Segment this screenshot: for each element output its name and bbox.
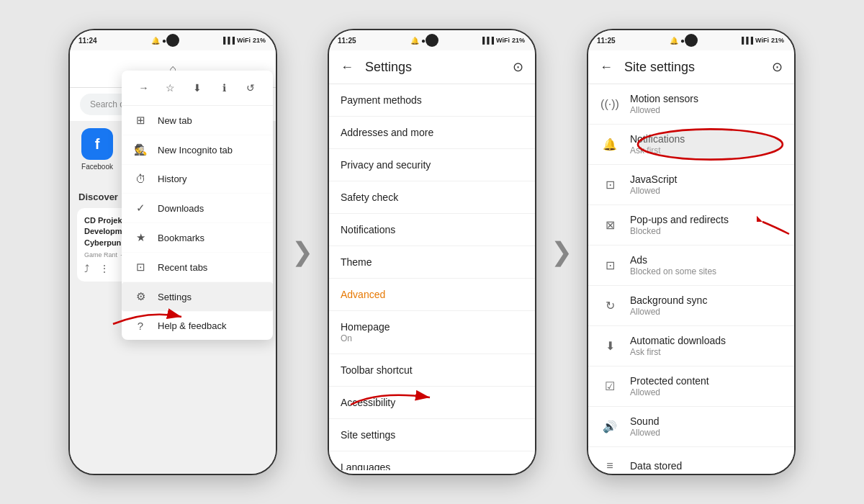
- settings-menu-icon: ⚙: [133, 290, 148, 303]
- phone2-content: ← Settings ⊙ Payment methods Addresses a…: [329, 50, 535, 474]
- dropdown-menu: → ☆ ⬇ ℹ ↺ ⊞ New tab 🕵 New Incognito tab …: [122, 71, 273, 340]
- site-help-icon[interactable]: ⊙: [772, 59, 783, 75]
- site-notifications-text: Notifications Ask first: [630, 133, 783, 156]
- news-source: Game Rant: [84, 251, 117, 258]
- settings-label: Settings: [158, 292, 192, 302]
- downloads-icon: ✓: [133, 202, 148, 215]
- menu-downloads[interactable]: ✓ Downloads: [122, 194, 273, 223]
- alarm-2: 🔔 ●: [410, 37, 426, 45]
- menu-toolbar: → ☆ ⬇ ℹ ↺: [122, 71, 273, 106]
- site-notifications[interactable]: 🔔 Notifications Ask first: [588, 125, 794, 165]
- motion-icon: ((·)): [600, 94, 620, 114]
- phone-3: 11:25 🔔 ● ▐▐▐ WiFi 21% ← Site settings ⊙…: [587, 29, 796, 475]
- downloads-label: Downloads: [158, 203, 204, 214]
- auto-download-icon: ⬇: [600, 336, 620, 356]
- settings-header: ← Settings ⊙: [329, 50, 535, 84]
- new-tab-label: New tab: [158, 115, 192, 126]
- menu-history[interactable]: ⏱ History: [122, 165, 273, 194]
- menu-info-icon[interactable]: ℹ: [214, 78, 234, 98]
- share-icon[interactable]: ⤴: [84, 263, 89, 274]
- data-icon: ≡: [600, 456, 620, 470]
- sound-icon: 🔊: [600, 417, 620, 437]
- battery-2: 21%: [512, 37, 525, 44]
- menu-refresh-icon[interactable]: ↺: [240, 78, 261, 98]
- time-1: 11:24: [78, 37, 97, 45]
- shortcut-facebook[interactable]: f Facebook: [77, 128, 117, 179]
- recent-tabs-icon: ⊡: [133, 261, 148, 274]
- settings-safety[interactable]: Safety check: [329, 181, 535, 214]
- battery-1: 21%: [253, 37, 266, 44]
- time-2: 11:25: [338, 37, 356, 45]
- menu-new-tab[interactable]: ⊞ New tab: [122, 106, 273, 135]
- more-icon[interactable]: ⋮: [99, 263, 109, 274]
- site-autodl-text: Automatic downloads Ask first: [630, 335, 783, 357]
- settings-back-icon[interactable]: ←: [341, 60, 354, 75]
- site-data[interactable]: ≡ Data stored: [588, 447, 794, 470]
- site-settings-list: ((·)) Motion sensors Allowed 🔔 Notificat…: [588, 84, 794, 470]
- settings-languages[interactable]: Languages: [329, 451, 535, 470]
- notch-3: [685, 34, 698, 47]
- history-label: History: [158, 174, 186, 184]
- notch-2: [426, 34, 438, 47]
- site-protected[interactable]: ☑ Protected content Allowed: [588, 366, 794, 407]
- settings-site-settings[interactable]: Site settings: [329, 419, 535, 451]
- settings-privacy[interactable]: Privacy and security: [329, 149, 535, 181]
- site-motion-text: Motion sensors Allowed: [630, 93, 783, 115]
- status-bar-1: 11:24 🔔 ● ▐▐▐ WiFi 21%: [70, 30, 276, 50]
- settings-payment[interactable]: Payment methods: [329, 84, 535, 117]
- wifi-icon: WiFi: [237, 37, 251, 44]
- site-background[interactable]: ↻ Background sync Allowed: [588, 286, 794, 326]
- menu-bookmarks[interactable]: ★ Bookmarks: [122, 223, 273, 253]
- site-motion[interactable]: ((·)) Motion sensors Allowed: [588, 84, 794, 125]
- wifi-3: WiFi: [755, 37, 769, 44]
- discover-title: Discover: [78, 192, 118, 202]
- battery-3: 21%: [771, 37, 784, 44]
- facebook-label: Facebook: [81, 163, 113, 171]
- settings-list: Payment methods Addresses and more Priva…: [329, 84, 535, 470]
- wifi-2: WiFi: [496, 37, 510, 44]
- site-sound[interactable]: 🔊 Sound Allowed: [588, 407, 794, 447]
- red-arrow-1: [106, 302, 192, 331]
- site-auto-downloads[interactable]: ⬇ Automatic downloads Ask first: [588, 326, 794, 366]
- time-3: 11:25: [597, 37, 616, 45]
- status-bar-3: 11:25 🔔 ● ▐▐▐ WiFi 21%: [588, 30, 794, 50]
- incognito-icon: 🕵: [133, 143, 148, 156]
- history-icon: ⏱: [133, 173, 148, 185]
- menu-incognito[interactable]: 🕵 New Incognito tab: [122, 135, 273, 165]
- site-javascript[interactable]: ⊡ JavaScript Allowed: [588, 165, 794, 205]
- phone1-content: ⌂ Search or type web address f Facebook …: [70, 50, 276, 474]
- settings-notifications[interactable]: Notifications: [329, 214, 535, 246]
- menu-back-icon[interactable]: →: [134, 78, 154, 98]
- signal-icon: ▐▐▐: [221, 37, 235, 44]
- facebook-icon: f: [81, 128, 113, 160]
- site-settings-title: Site settings: [624, 60, 760, 75]
- site-popups[interactable]: ⊠ Pop-ups and redirects Blocked: [588, 205, 794, 246]
- settings-help-icon[interactable]: ⊙: [513, 59, 523, 75]
- status-icons-1: ▐▐▐ WiFi 21%: [221, 37, 266, 44]
- recent-tabs-label: Recent tabs: [158, 262, 207, 273]
- notification-icon: 🔔: [600, 135, 620, 155]
- menu-download-icon[interactable]: ⬇: [187, 78, 207, 98]
- notch-1: [166, 34, 179, 47]
- new-tab-icon: ⊞: [133, 114, 148, 127]
- protected-icon: ☑: [600, 377, 620, 397]
- settings-homepage[interactable]: Homepage On: [329, 311, 535, 354]
- phone-2: 11:25 🔔 ● ▐▐▐ WiFi 21% ← Settings ⊙ Paym…: [328, 29, 536, 475]
- signal-3: ▐▐▐: [739, 37, 753, 44]
- menu-recent-tabs[interactable]: ⊡ Recent tabs: [122, 253, 273, 282]
- status-bar-2: 11:25 🔔 ● ▐▐▐ WiFi 21%: [329, 30, 535, 50]
- ads-icon: ⊡: [600, 256, 620, 276]
- alarm-3: 🔔 ●: [670, 37, 685, 45]
- site-protected-text: Protected content Allowed: [630, 375, 783, 397]
- settings-theme[interactable]: Theme: [329, 246, 535, 279]
- settings-advanced[interactable]: Advanced: [329, 279, 535, 311]
- status-icons-2: ▐▐▐ WiFi 21%: [480, 37, 525, 44]
- signal-2: ▐▐▐: [480, 37, 494, 44]
- menu-star-icon[interactable]: ☆: [161, 78, 181, 98]
- site-ads[interactable]: ⊡ Ads Blocked on some sites: [588, 246, 794, 286]
- bookmarks-icon: ★: [133, 231, 148, 244]
- settings-addresses[interactable]: Addresses and more: [329, 117, 535, 149]
- site-back-icon[interactable]: ←: [600, 60, 613, 75]
- arrow-divider-1: ❯: [292, 237, 313, 267]
- site-bg-text: Background sync Allowed: [630, 294, 783, 317]
